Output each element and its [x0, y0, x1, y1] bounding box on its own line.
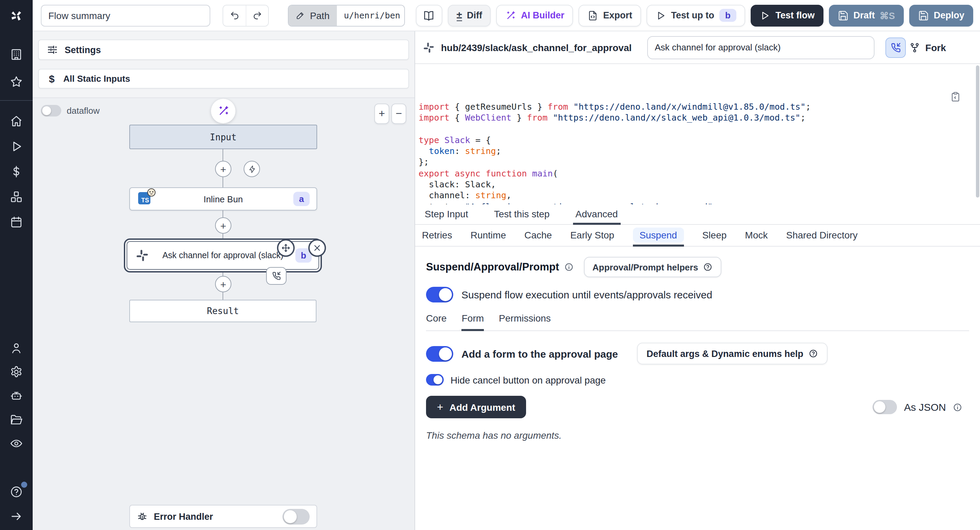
undo-button[interactable] [223, 5, 246, 26]
content-split: Settings $ All Static Inputs dataflow + … [33, 31, 980, 530]
ai-builder-button[interactable]: AI Builder [496, 5, 573, 26]
move-node-handle[interactable] [277, 239, 295, 257]
tab-step-input[interactable]: Step Input [422, 204, 471, 225]
fork-button[interactable]: Fork [909, 42, 946, 53]
panel-scrollbar[interactable] [976, 65, 979, 198]
users-person-icon[interactable] [7, 340, 26, 356]
approval-prompt-helpers-button[interactable]: Approval/Prompt helpers [584, 257, 721, 277]
magic-wand-icon [217, 105, 229, 117]
add-form-toggle[interactable] [426, 346, 453, 361]
path-value[interactable]: u/henri/ben [337, 5, 405, 26]
subtab-retries[interactable]: Retries [422, 225, 452, 247]
dataflow-toggle[interactable] [41, 105, 61, 117]
add-argument-button[interactable]: + Add Argument [426, 396, 526, 418]
error-handler-label: Error Handler [154, 511, 276, 522]
home-icon[interactable] [7, 113, 26, 129]
tab-test-this-step[interactable]: Test this step [492, 204, 552, 225]
ai-flow-wand-button[interactable] [211, 99, 235, 123]
insert-step-button[interactable]: + [215, 276, 231, 292]
flow-graph-panel: Settings $ All Static Inputs dataflow + … [33, 31, 415, 530]
zoom-in-button[interactable]: + [374, 104, 389, 124]
suspend-tab-form[interactable]: Form [462, 313, 484, 331]
suspend-tab-core[interactable]: Core [426, 313, 447, 331]
as-json-toggle[interactable] [873, 400, 897, 414]
subtab-early-stop[interactable]: Early Stop [570, 225, 614, 247]
flow-node-inline-bun[interactable]: TS Inline Bun a [129, 187, 317, 211]
suspend-heading: Suspend/Approval/Prompt [426, 261, 559, 273]
lightning-icon [247, 164, 256, 173]
tab-advanced[interactable]: Advanced [573, 204, 620, 225]
draft-button[interactable]: Draft ⌘S [829, 5, 904, 26]
audit-eye-icon[interactable] [7, 435, 26, 452]
step-summary-input[interactable] [647, 36, 875, 59]
play-icon [760, 10, 771, 21]
subtab-mock[interactable]: Mock [745, 225, 768, 247]
suspend-toggle-label: Suspend flow execution until events/appr… [461, 289, 712, 300]
empty-schema-text: This schema has no arguments. [426, 430, 969, 441]
help-question-icon[interactable] [7, 484, 26, 500]
magic-wand-icon [505, 10, 516, 21]
default-args-help-button[interactable]: Default args & Dynamic enums help [637, 343, 828, 364]
diff-button[interactable]: ± Diff [447, 5, 491, 26]
dollar-icon: $ [47, 73, 56, 85]
resources-cubes-icon[interactable] [7, 189, 26, 205]
windmill-logo-icon[interactable] [10, 0, 23, 31]
error-handler-card[interactable]: Error Handler [129, 505, 317, 528]
insert-step-button[interactable]: + [215, 161, 231, 177]
code-editor[interactable]: import { getResumeUrls } from "https://d… [415, 64, 980, 204]
path-control[interactable]: Path u/henri/ben [288, 5, 405, 26]
info-icon [564, 262, 573, 272]
settings-gear-icon[interactable] [7, 364, 26, 380]
question-circle-icon [703, 262, 713, 272]
workers-robot-icon[interactable] [7, 388, 26, 404]
suspend-flow-toggle[interactable] [426, 287, 453, 302]
flow-node-result[interactable]: Result [129, 300, 317, 322]
zoom-out-button[interactable]: − [391, 104, 406, 124]
variables-dollar-icon[interactable] [7, 163, 26, 180]
subtab-cache[interactable]: Cache [524, 225, 552, 247]
hide-cancel-toggle[interactable] [426, 374, 444, 386]
flow-node-input[interactable]: Input [129, 125, 317, 149]
subtab-shared-directory[interactable]: Shared Directory [786, 225, 858, 247]
path-segment[interactable]: Path [289, 5, 337, 26]
subtab-runtime[interactable]: Runtime [471, 225, 506, 247]
schedules-calendar-icon[interactable] [7, 214, 26, 230]
test-up-to-button[interactable]: Test up to b [646, 5, 746, 26]
suspend-tab-permissions[interactable]: Permissions [499, 313, 551, 331]
draft-shortcut: ⌘S [880, 10, 895, 21]
suspend-phone-button[interactable] [885, 37, 906, 57]
plus-icon: + [437, 402, 443, 412]
favorites-star-icon[interactable] [7, 73, 26, 90]
trigger-lightning-button[interactable] [243, 161, 260, 177]
copy-code-icon[interactable] [888, 80, 961, 117]
insert-step-button[interactable]: + [215, 217, 231, 234]
flow-graph-canvas[interactable]: dataflow + − Input + [33, 97, 414, 530]
delete-node-button[interactable] [308, 239, 326, 257]
deploy-button[interactable]: Deploy [909, 5, 973, 26]
redo-button[interactable] [246, 5, 269, 26]
step-id-badge: a [293, 192, 310, 206]
question-circle-icon [809, 349, 818, 358]
sidebar-divider [0, 100, 33, 101]
undo-redo-group [223, 5, 269, 26]
export-button[interactable]: Export [579, 5, 641, 26]
all-static-inputs-button[interactable]: $ All Static Inputs [38, 69, 409, 89]
pencil-icon [296, 11, 305, 20]
flow-summary-input[interactable] [41, 5, 210, 26]
arrows-move-icon [281, 243, 291, 253]
subtab-suspend[interactable]: Suspend [633, 225, 684, 247]
subtab-sleep[interactable]: Sleep [702, 225, 727, 247]
workspace-building-icon[interactable] [7, 46, 26, 63]
git-fork-icon [909, 42, 920, 53]
step-tabs: Step Input Test this step Advanced [415, 204, 980, 225]
collapse-arrow-icon[interactable] [7, 508, 26, 525]
error-handler-toggle[interactable] [282, 509, 310, 524]
file-export-icon [587, 10, 598, 21]
docs-book-button[interactable] [415, 5, 442, 26]
flow-settings-button[interactable]: Settings [38, 40, 409, 60]
as-json-label: As JSON [904, 401, 946, 413]
runs-play-icon[interactable] [7, 138, 26, 155]
as-json-group: As JSON [873, 400, 962, 414]
test-flow-button[interactable]: Test flow [751, 5, 824, 26]
folders-icon[interactable] [7, 412, 26, 428]
